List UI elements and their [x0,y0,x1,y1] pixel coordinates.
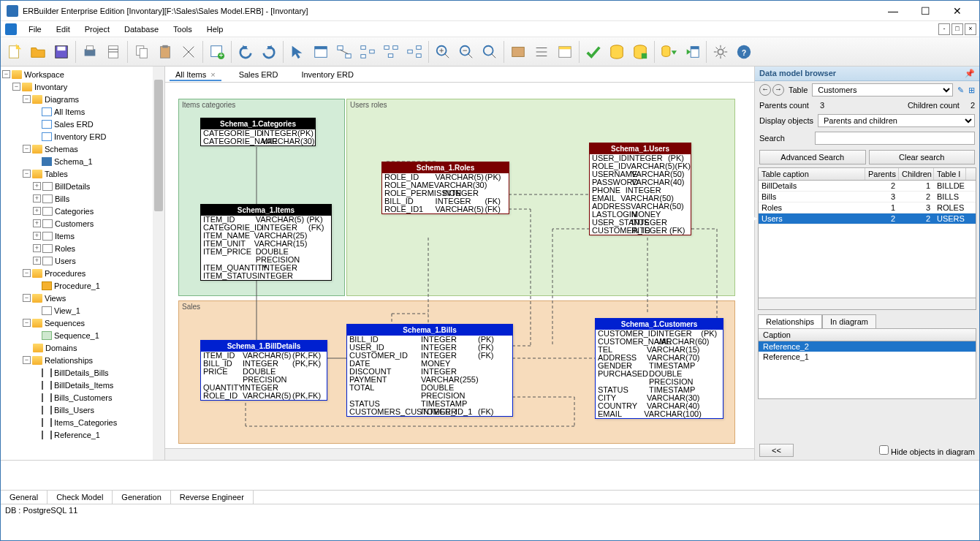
rel-row[interactable]: Reference_1 [759,352,976,362]
relation-tool-4[interactable] [403,41,425,63]
tree-diagrams[interactable]: Diagrams [45,95,79,104]
entity-customers[interactable]: Schema_1.Customers CUSTOMER_IDINTEGER(PK… [595,318,723,419]
zoom-fit-button[interactable] [479,41,501,63]
settings-button[interactable] [710,41,732,63]
menu-tools[interactable]: Tools [166,23,200,36]
tree-table-item[interactable]: Bills [55,194,69,203]
zoom-in-button[interactable] [432,41,454,63]
tab-inventory-erd[interactable]: Inventory ERD [295,69,360,80]
tree-procedure-item[interactable]: Procedure_1 [54,281,100,290]
tree-table-item[interactable]: Categories [55,207,94,216]
grid-tool[interactable] [554,41,576,63]
menu-file[interactable]: File [21,23,49,36]
save-button[interactable] [50,41,72,63]
pointer-tool[interactable] [286,41,308,63]
tree-tables[interactable]: Tables [45,170,68,178]
entity-items[interactable]: Schema_1.Items ITEM_IDVARCHAR(5)(PK)CATE… [200,204,332,281]
edit-icon[interactable]: ✎ [957,86,964,95]
save-db-button[interactable] [629,41,651,63]
generate-db-button[interactable] [606,41,628,63]
entity-users[interactable]: Schema_1.Users USER_IDINTEGER(PK)ROLE_ID… [589,143,691,235]
rel-grid-header[interactable]: Caption [759,329,976,341]
tree-sequences[interactable]: Sequences [45,319,85,328]
tree-rel-item[interactable]: BillDetails_Bills [54,368,109,377]
tree-table-item[interactable]: BillDetails [55,182,90,191]
tree-procedures[interactable]: Procedures [45,269,86,278]
bottom-tab-generation[interactable]: Generation [113,491,170,504]
hide-objects-checkbox[interactable]: Hide objects in diagram [879,445,975,456]
tree-diagram-item[interactable]: Inventory ERD [54,132,107,141]
entity-billdetails[interactable]: Schema_1.BillDetails ITEM_IDVARCHAR(5)(P… [200,340,327,401]
tree-rel-item[interactable]: Reference_1 [54,431,100,439]
region-tool[interactable] [507,41,529,63]
grid-row[interactable]: Roles13ROLES [759,203,976,213]
tree-table-item[interactable]: Roles [55,244,75,253]
tree-scrollbar[interactable] [153,67,164,460]
tree-rel-item[interactable]: Bills_Customers [54,393,112,402]
maximize-button[interactable]: ☐ [909,1,941,20]
tree-schemas[interactable]: Schemas [45,145,78,154]
copy-button[interactable] [131,41,153,63]
mdi-minimize[interactable]: - [938,23,950,35]
object-select[interactable]: Customers [812,83,953,97]
tree-table-item[interactable]: Items [55,232,75,241]
grid-header[interactable]: Children [899,168,934,180]
tree-table-item[interactable]: Customers [55,219,94,228]
tab-sales-erd[interactable]: Sales ERD [233,69,284,80]
print-button[interactable] [79,41,101,63]
redo-button[interactable] [258,41,280,63]
menu-help[interactable]: Help [200,23,231,36]
tree-sequence-item[interactable]: Sequence_1 [54,331,99,340]
table-tool[interactable] [310,41,332,63]
grid-header[interactable]: Table caption [759,168,865,180]
bottom-tab-general[interactable]: General [1,491,48,504]
tab-all-items[interactable]: All Items× [170,69,221,80]
list-tool[interactable] [531,41,552,63]
grid-row[interactable]: Bills32BILLS [759,192,976,203]
pin-icon[interactable]: 📌 [965,69,975,78]
bottom-tab-reverse[interactable]: Reverse Engineer [171,491,254,504]
entity-bills[interactable]: Schema_1.Bills BILL_IDINTEGER(PK)USER_ID… [346,324,513,417]
relation-tool-1[interactable] [333,41,355,63]
tree-diagram-item[interactable]: All Items [54,107,85,116]
mdi-close[interactable]: × [965,23,976,35]
tree-schema-item[interactable]: Schema_1 [54,157,93,166]
tab-close-icon[interactable]: × [210,70,215,79]
tree-workspace[interactable]: Workspace [24,70,64,79]
tab-relationships[interactable]: Relationships [758,314,822,328]
bottom-tab-check[interactable]: Check Model [48,491,113,504]
display-objects-select[interactable]: Parents and children [818,114,975,127]
tree-diagram-item[interactable]: Sales ERD [54,120,94,129]
tree-table-item[interactable]: Users [55,257,76,265]
tab-in-diagram[interactable]: In diagram [822,314,876,328]
forward-table-button[interactable] [681,41,703,63]
grid-header[interactable]: Parents [865,168,899,180]
delete-button[interactable] [178,41,200,63]
canvas-scrollbar[interactable] [165,448,754,460]
grid-scrollbar[interactable] [758,298,976,310]
add-table-button[interactable]: + [206,41,228,63]
new-button[interactable] [4,41,26,63]
mdi-restore[interactable]: □ [951,23,963,35]
help-button[interactable]: ? [733,41,755,63]
workspace-tree[interactable]: −Workspace −Invontary −Diagrams All Item… [1,67,165,460]
advanced-search-button[interactable]: Advanced Search [759,150,866,164]
menu-project[interactable]: Project [77,23,117,36]
browser-grid[interactable]: Table caption Parents Children Table I B… [758,167,976,298]
relation-tool-2[interactable] [357,41,379,63]
search-input[interactable] [815,132,975,145]
reverse-button[interactable] [658,41,680,63]
notes-button[interactable] [102,41,124,63]
menu-edit[interactable]: Edit [49,23,77,36]
grid-row[interactable]: BillDetails21BILLDE [759,181,976,192]
tree-rel-item[interactable]: Bills_Users [54,406,94,415]
nav-back-icon[interactable]: ← [759,84,771,96]
tree-project[interactable]: Invontary [34,83,67,91]
entity-roles[interactable]: Schema_1.Roles ROLE_IDVARCHAR(5)(PK)ROLE… [381,162,509,214]
tree-relationships[interactable]: Relationships [45,356,93,365]
tree-domains[interactable]: Domains [45,344,77,352]
paste-button[interactable] [154,41,176,63]
tree-rel-item[interactable]: BillDetails_Items [54,381,113,390]
open-button[interactable] [27,41,49,63]
undo-button[interactable] [235,41,257,63]
